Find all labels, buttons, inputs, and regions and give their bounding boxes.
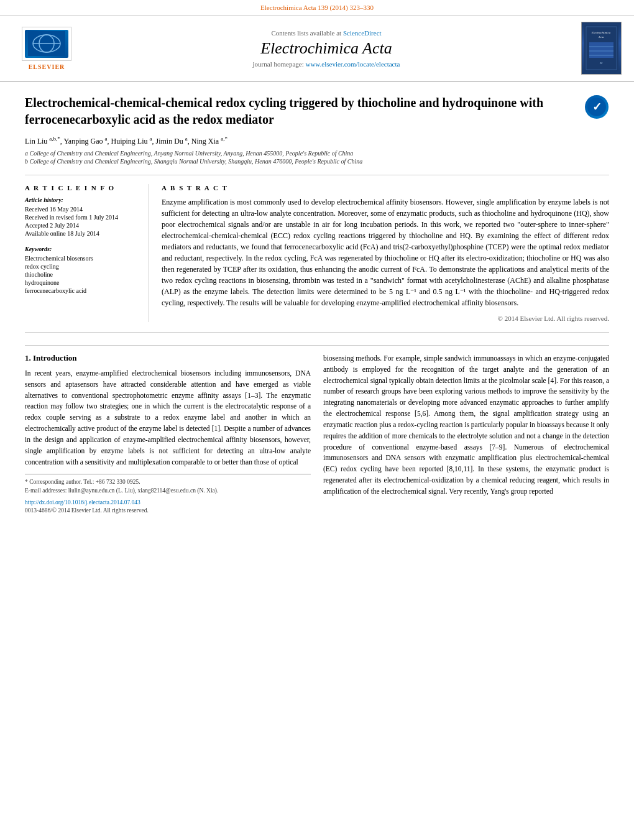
journal-cover-img: Electrochimica Acta ISI [581, 22, 622, 75]
svg-text:Acta: Acta [597, 35, 604, 39]
issn-line: 0013-4686/© 2014 Elsevier Ltd. All right… [25, 507, 311, 515]
body-col-right: biosensing methods. For example, simple … [323, 353, 609, 515]
keyword-2: redox cycling [25, 263, 139, 270]
abstract-col: A B S T R A C T Enzyme amplification is … [162, 184, 609, 322]
history-label: Article history: [25, 196, 139, 203]
svg-text:Electrochimica: Electrochimica [591, 31, 611, 34]
homepage-link[interactable]: www.elsevier.com/locate/electacta [305, 60, 400, 68]
homepage-prefix: journal homepage: [253, 60, 304, 68]
intro-col2-text: biosensing methods. For example, simple … [323, 353, 609, 497]
journal-cover-area: Electrochimica Acta ISI [572, 22, 622, 75]
copyright-line: © 2014 Elsevier Ltd. All rights reserved… [162, 315, 609, 322]
footnote-email: E-mail addresses: liulin@aynu.edu.cn (L.… [25, 487, 311, 495]
elsevier-logo-box [22, 27, 71, 61]
article-history: Article history: Received 16 May 2014 Re… [25, 196, 139, 237]
history-revised: Received in revised form 1 July 2014 [25, 214, 139, 221]
abstract-title: A B S T R A C T [162, 184, 609, 192]
keywords-label: Keywords: [25, 246, 139, 252]
article-title-section: Electrochemical-chemical-chemical redox … [25, 95, 609, 175]
journal-header-center: Contents lists available at ScienceDirec… [81, 29, 572, 68]
info-abstract-section: A R T I C L E I N F O Article history: R… [25, 184, 609, 333]
article-content: Electrochemical-chemical-chemical redox … [0, 82, 634, 528]
keyword-4: hydroquinone [25, 279, 139, 286]
history-received: Received 16 May 2014 [25, 206, 139, 213]
sciencedirect-link[interactable]: ScienceDirect [343, 29, 382, 37]
body-col-left: 1. Introduction In recent years, enzyme-… [25, 353, 311, 515]
keyword-3: thiocholine [25, 271, 139, 278]
sciencedirect-prefix: Contents lists available at [271, 29, 341, 37]
doi-link[interactable]: http://dx.doi.org/10.1016/j.electacta.20… [25, 499, 140, 505]
journal-header: ELSEVIER Contents lists available at Sci… [0, 16, 634, 82]
article-info-col: A R T I C L E I N F O Article history: R… [25, 184, 149, 322]
body-section: 1. Introduction In recent years, enzyme-… [25, 353, 609, 515]
keywords-section: Keywords: Electrochemical biosensors red… [25, 246, 139, 294]
history-accepted: Accepted 2 July 2014 [25, 222, 139, 229]
elsevier-text: ELSEVIER [29, 63, 65, 70]
footnote-corresponding: * Corresponding author. Tel.: +86 732 33… [25, 478, 311, 486]
elsevier-logo: ELSEVIER [12, 27, 81, 70]
affiliation-b: b College of Chemistry and Chemical Engi… [25, 158, 572, 165]
authors-line: Lin Liu a,b,*, Yanping Gao a, Huiping Li… [25, 136, 572, 146]
keyword-5: ferrocenecarboxylic acid [25, 287, 139, 294]
journal-ref-text: Electrochimica Acta 139 (2014) 323–330 [260, 4, 374, 11]
crossmark-badge: ✓ [584, 95, 609, 119]
abstract-text: Enzyme amplification is most commonly us… [162, 196, 609, 308]
keyword-1: Electrochemical biosensors [25, 255, 139, 262]
section-divider [25, 345, 609, 346]
crossmark-icon: ✓ [585, 95, 609, 119]
intro-col1-text: In recent years, enzyme-amplified electr… [25, 368, 311, 468]
footnote-email-text: E-mail addresses: liulin@aynu.edu.cn (L.… [25, 487, 218, 494]
svg-text:✓: ✓ [592, 101, 602, 113]
intro-heading: 1. Introduction [25, 353, 311, 363]
article-info-title: A R T I C L E I N F O [25, 184, 139, 192]
sciencedirect-line: Contents lists available at ScienceDirec… [81, 29, 572, 37]
journal-title: Electrochimica Acta [81, 39, 572, 58]
article-title-text: Electrochemical-chemical-chemical redox … [25, 95, 572, 166]
history-online: Available online 18 July 2014 [25, 230, 139, 237]
journal-homepage: journal homepage: www.elsevier.com/locat… [81, 60, 572, 68]
affiliation-a: a College of Chemistry and Chemical Engi… [25, 150, 572, 157]
elsevier-logo-img [25, 30, 68, 58]
footnote-section: * Corresponding author. Tel.: +86 732 33… [25, 474, 311, 515]
svg-text:ISI: ISI [599, 62, 603, 65]
journal-ref-banner: Electrochimica Acta 139 (2014) 323–330 [0, 0, 634, 16]
publisher-logo-area: ELSEVIER [12, 27, 81, 70]
article-title: Electrochemical-chemical-chemical redox … [25, 95, 572, 128]
authors: Lin Liu a,b,*, Yanping Gao a, Huiping Li… [25, 137, 227, 145]
doi-line: http://dx.doi.org/10.1016/j.electacta.20… [25, 499, 311, 507]
